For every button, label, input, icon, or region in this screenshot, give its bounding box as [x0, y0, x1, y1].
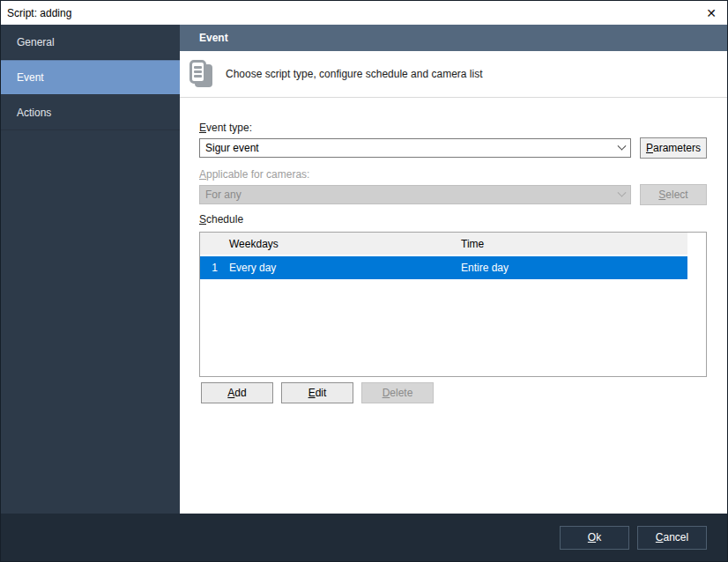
event-type-dropdown[interactable]: Sigur event	[199, 138, 631, 158]
page-title: Event	[199, 32, 228, 44]
cameras-label: Applicable for cameras:	[199, 168, 707, 181]
select-button: Select	[640, 184, 707, 205]
chevron-down-icon	[613, 186, 630, 203]
column-header-weekdays: Weekdays	[229, 238, 461, 250]
description-text: Choose script type, configure schedule a…	[226, 68, 483, 80]
row-time: Entire day	[461, 262, 687, 274]
footer-bar: Ok Cancel	[1, 514, 727, 561]
sidebar-item-label: Actions	[17, 107, 51, 119]
sidebar-item-general[interactable]: General	[1, 25, 180, 60]
sidebar-item-actions[interactable]: Actions	[1, 95, 180, 130]
schedule-table[interactable]: Weekdays Time 1 Every day Entire day	[199, 232, 707, 377]
script-dialog-window: Script: adding ✕ General Event Actions E…	[0, 0, 728, 562]
schedule-label: Schedule	[199, 213, 707, 226]
title-bar: Script: adding ✕	[1, 1, 727, 25]
sidebar-item-event[interactable]: Event	[1, 60, 180, 95]
ok-button[interactable]: Ok	[560, 526, 629, 550]
chevron-down-icon	[613, 139, 630, 157]
close-icon[interactable]: ✕	[703, 5, 719, 21]
sidebar-item-label: Event	[17, 71, 44, 84]
page-title-bar: Event	[180, 25, 727, 51]
cameras-value: For any	[205, 189, 613, 201]
event-type-value: Sigur event	[205, 142, 613, 154]
table-row[interactable]: 1 Every day Entire day	[200, 256, 687, 279]
delete-button: Delete	[361, 382, 434, 403]
row-index: 1	[200, 262, 229, 274]
schedule-table-header: Weekdays Time	[200, 233, 687, 256]
cancel-button[interactable]: Cancel	[637, 526, 707, 550]
window-title: Script: adding	[7, 7, 703, 19]
sidebar-item-label: General	[17, 36, 55, 48]
add-button[interactable]: Add	[201, 382, 273, 403]
column-header-time: Time	[461, 238, 687, 250]
parameters-button[interactable]: Parameters	[640, 137, 707, 159]
row-weekdays: Every day	[229, 262, 461, 274]
edit-button[interactable]: Edit	[281, 382, 353, 403]
content-area: Event type: Sigur event Parameters Appli…	[180, 98, 727, 514]
sidebar: General Event Actions	[1, 25, 180, 514]
event-type-label: Event type:	[199, 122, 707, 134]
main-panel: Event Choose script type, configure sche…	[180, 25, 727, 514]
cameras-dropdown: For any	[199, 185, 631, 204]
script-pages-icon	[189, 60, 217, 88]
description-strip: Choose script type, configure schedule a…	[180, 51, 727, 98]
